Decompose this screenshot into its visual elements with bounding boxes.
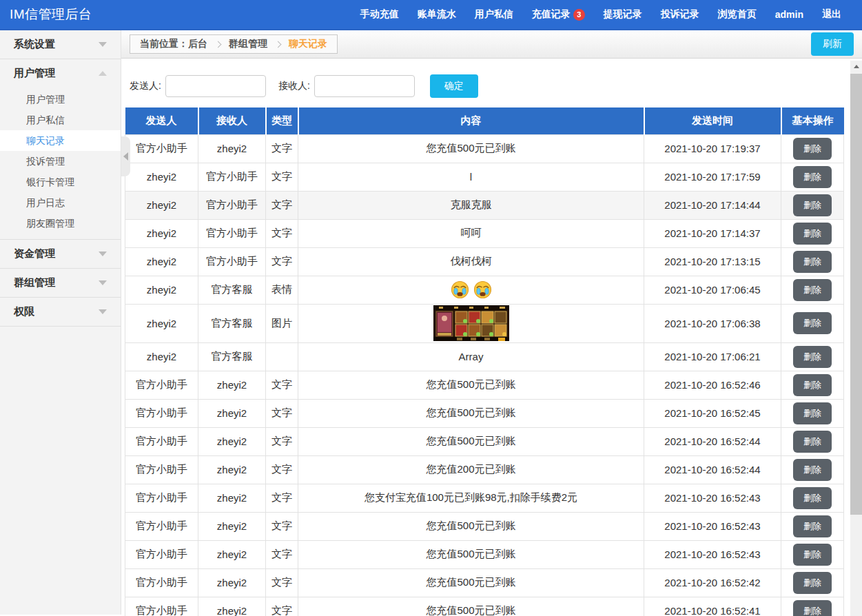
- confirm-button[interactable]: 确定: [430, 74, 478, 98]
- delete-button[interactable]: 删除: [793, 346, 832, 368]
- sender-label: 发送人:: [130, 80, 161, 92]
- delete-button[interactable]: 删除: [793, 459, 832, 481]
- breadcrumb-item[interactable]: 聊天记录: [289, 38, 327, 50]
- topbar-menu-item[interactable]: 账单流水: [418, 8, 456, 21]
- delete-button[interactable]: 删除: [793, 431, 832, 453]
- crying-emoji-icon: [451, 280, 469, 299]
- vertical-scrollbar[interactable]: [850, 61, 862, 616]
- delete-button[interactable]: 删除: [793, 515, 832, 537]
- sidebar-group-label: 群组管理: [14, 276, 55, 289]
- sender-cell: zheyi2: [125, 191, 198, 219]
- sidebar-item[interactable]: 聊天记录: [0, 130, 121, 151]
- refresh-button[interactable]: 刷新: [811, 32, 854, 56]
- type-cell: 文字: [266, 371, 298, 399]
- time-cell: 2021-10-20 16:52:41: [644, 597, 781, 616]
- sidebar-group[interactable]: 用户管理: [0, 59, 121, 88]
- delete-button[interactable]: 删除: [793, 312, 832, 334]
- topbar-menu-item[interactable]: 用户私信: [475, 8, 513, 21]
- sidebar-item[interactable]: 用户私信: [0, 110, 121, 130]
- sidebar-collapse-handle[interactable]: [121, 136, 130, 176]
- chat-image-thumbnail[interactable]: [433, 305, 509, 341]
- chevron-down-icon: [99, 309, 107, 314]
- topbar-menu-item[interactable]: 浏览首页: [718, 8, 757, 21]
- main-content: 当前位置：后台群组管理聊天记录 刷新 发送人: 接收人: 确定 发送人 接收人 …: [121, 30, 862, 615]
- header-type: 类型: [266, 107, 298, 134]
- receiver-cell: 官方小助手: [198, 219, 266, 247]
- table-row: 官方小助手 zheyi2 文字 您充值500元已到账 2021-10-20 16…: [125, 597, 844, 616]
- table-row: 官方小助手 zheyi2 文字 您充值500元已到账 2021-10-20 16…: [125, 568, 844, 597]
- topbar-menu-item[interactable]: 充值记录3: [532, 8, 585, 21]
- receiver-cell: 官方小助手: [198, 163, 266, 191]
- time-cell: 2021-10-20 16:52:43: [644, 540, 781, 568]
- breadcrumb-bar: 当前位置：后台群组管理聊天记录 刷新: [121, 30, 862, 59]
- delete-button[interactable]: 删除: [793, 251, 832, 273]
- content-cell: 您充值500元已到账: [298, 568, 644, 597]
- sender-cell: 官方小助手: [125, 455, 198, 484]
- sidebar-item[interactable]: 投诉管理: [0, 151, 121, 172]
- time-cell: 2021-10-20 17:14:44: [644, 191, 781, 219]
- layout: 系统设置用户管理用户管理用户私信聊天记录投诉管理银行卡管理用户日志朋友圈管理资金…: [0, 30, 862, 615]
- time-cell: 2021-10-20 17:06:21: [644, 342, 781, 371]
- sender-cell: zheyi2: [125, 304, 198, 342]
- sidebar-group-label: 系统设置: [14, 38, 55, 51]
- sidebar-item[interactable]: 银行卡管理: [0, 172, 121, 192]
- notification-badge: 3: [573, 9, 585, 21]
- receiver-cell: zheyi2: [198, 134, 266, 163]
- delete-button[interactable]: 删除: [793, 374, 832, 396]
- crying-emoji-icon: [473, 280, 492, 299]
- topbar-menu-item[interactable]: admin: [775, 9, 803, 20]
- delete-button[interactable]: 删除: [793, 544, 832, 566]
- sender-cell: 官方小助手: [125, 597, 198, 616]
- delete-button[interactable]: 删除: [793, 194, 832, 216]
- topbar-menu-item[interactable]: 投诉记录: [661, 8, 699, 21]
- sidebar-group[interactable]: 系统设置: [0, 30, 121, 59]
- table-row: 官方小助手 zheyi2 文字 您充值500元已到账 2021-10-20 17…: [125, 134, 844, 163]
- topbar-menu-item-label: admin: [775, 9, 803, 20]
- receiver-cell: 官方客服: [198, 342, 266, 371]
- delete-button[interactable]: 删除: [793, 402, 832, 424]
- topbar-menu-item[interactable]: 退出: [822, 8, 841, 21]
- time-cell: 2021-10-20 17:17:59: [644, 163, 781, 191]
- breadcrumb: 当前位置：后台群组管理聊天记录: [130, 34, 338, 54]
- receiver-cell: zheyi2: [198, 597, 266, 616]
- actions-cell: 删除: [781, 371, 844, 399]
- receiver-cell: zheyi2: [198, 484, 266, 512]
- topbar-menu-item[interactable]: 提现记录: [604, 8, 642, 21]
- actions-cell: 删除: [781, 247, 844, 276]
- delete-button[interactable]: 删除: [793, 572, 832, 594]
- sender-cell: 官方小助手: [125, 371, 198, 399]
- type-cell: 表情: [266, 276, 298, 304]
- delete-button[interactable]: 删除: [793, 223, 832, 245]
- sidebar-group[interactable]: 权限: [0, 298, 121, 326]
- actions-cell: 删除: [781, 134, 844, 163]
- delete-button[interactable]: 删除: [793, 166, 832, 188]
- actions-cell: 删除: [781, 191, 844, 219]
- sidebar-group[interactable]: 资金管理: [0, 240, 121, 268]
- sender-input[interactable]: [165, 75, 266, 97]
- delete-button[interactable]: 删除: [793, 138, 832, 160]
- topbar-menu-item-label: 浏览首页: [718, 8, 757, 21]
- delete-button[interactable]: 删除: [793, 279, 832, 301]
- topbar-menu-item[interactable]: 手动充值: [360, 8, 399, 21]
- table-row: 官方小助手 zheyi2 文字 您充值500元已到账 2021-10-20 16…: [125, 427, 844, 455]
- table-row: zheyi2 官方小助手 文字 伐柯伐柯 2021-10-20 17:13:15…: [125, 247, 844, 276]
- topbar-menu-item-label: 手动充值: [360, 8, 399, 21]
- actions-cell: 删除: [781, 276, 844, 304]
- sidebar-item[interactable]: 用户日志: [0, 192, 121, 213]
- sidebar-group[interactable]: 群组管理: [0, 269, 121, 297]
- delete-button[interactable]: 删除: [793, 487, 832, 509]
- chevron-down-icon: [99, 42, 107, 47]
- sender-cell: 官方小助手: [125, 512, 198, 540]
- topbar-menu-item-label: 退出: [822, 8, 841, 21]
- delete-button[interactable]: 删除: [793, 600, 832, 616]
- actions-cell: 删除: [781, 219, 844, 247]
- scrollbar-thumb[interactable]: [850, 74, 862, 515]
- breadcrumb-item[interactable]: 群组管理: [229, 38, 267, 50]
- sidebar-item[interactable]: 朋友圈管理: [0, 213, 121, 234]
- sidebar-group-label: 用户管理: [14, 67, 55, 80]
- scroll-up-button[interactable]: [850, 61, 862, 72]
- receiver-cell: 官方小助手: [198, 191, 266, 219]
- actions-cell: 删除: [781, 512, 844, 540]
- receiver-input[interactable]: [314, 75, 415, 97]
- sidebar-item[interactable]: 用户管理: [0, 89, 121, 110]
